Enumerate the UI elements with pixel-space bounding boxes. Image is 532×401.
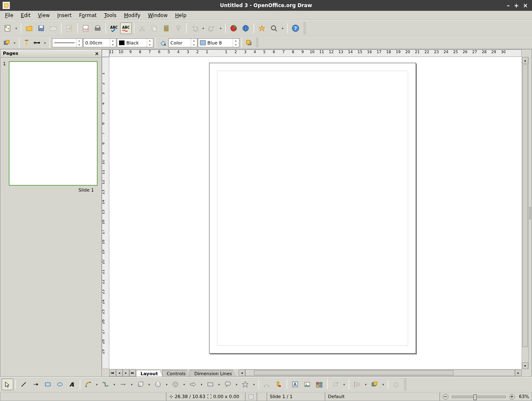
auto-spellcheck-button[interactable]: ABC [120, 22, 132, 34]
tab-controls[interactable]: Controls [162, 370, 190, 376]
select-tool[interactable] [2, 379, 13, 390]
stars-dropdown[interactable]: ▾ [251, 379, 256, 390]
hyperlink-button[interactable] [240, 22, 251, 34]
zoom-out-button[interactable]: − [443, 394, 448, 400]
line-color-select[interactable]: Black ▴▾ [117, 38, 153, 47]
hscroll-left[interactable]: ◂ [239, 369, 245, 376]
vertical-ruler[interactable]: 1234567891011121314151617181920212223242… [102, 57, 109, 369]
3d-dropdown[interactable]: ▾ [147, 379, 152, 390]
drawbar-overflow[interactable] [404, 379, 406, 390]
export-pdf-button[interactable]: PDF [80, 22, 91, 34]
edit-points-tool[interactable] [261, 379, 273, 390]
align-dropdown[interactable]: ▾ [363, 379, 368, 390]
undo-dropdown[interactable]: ▾ [201, 22, 206, 34]
redo-button[interactable] [206, 22, 218, 34]
hscroll-right[interactable]: ▸ [515, 369, 522, 376]
shadow-button[interactable] [244, 38, 254, 48]
fill-color-select[interactable]: Blue 8 ▴▾ [198, 38, 239, 47]
nav-first[interactable]: ⏮ [109, 369, 116, 376]
undo-button[interactable] [189, 22, 200, 34]
curve-tool[interactable] [82, 379, 94, 390]
basic-shapes-dropdown[interactable]: ▾ [164, 379, 169, 390]
3d-objects-tool[interactable] [135, 379, 146, 390]
stars-tool[interactable] [239, 379, 251, 390]
arrange-button2[interactable] [369, 379, 380, 390]
zoom-dropdown[interactable]: ▾ [280, 22, 285, 34]
arrow-style-dropdown[interactable]: ▾ [42, 37, 47, 49]
rotate-dropdown[interactable]: ▾ [342, 379, 347, 390]
new-button[interactable] [2, 22, 13, 34]
arrange-button[interactable] [2, 38, 12, 48]
format-paintbrush-button[interactable] [172, 22, 184, 34]
horizontal-ruler[interactable]: 1110987654321123456789101112131415161718… [109, 49, 522, 57]
tab-dimension-lines[interactable]: Dimension Lines [190, 370, 236, 376]
curve-dropdown[interactable]: ▾ [94, 379, 99, 390]
menu-modify[interactable]: Modify [121, 12, 144, 19]
menu-help[interactable]: Help [172, 12, 190, 19]
lines-arrows-dropdown[interactable]: ▾ [129, 379, 134, 390]
horizontal-scrollbar[interactable] [245, 369, 515, 376]
mail-button[interactable] [47, 22, 59, 34]
connector-tool[interactable] [100, 379, 111, 390]
save-button[interactable] [35, 22, 47, 34]
help-button[interactable]: ? [290, 22, 301, 34]
nav-last[interactable]: ⏭ [129, 369, 136, 376]
menu-window[interactable]: Window [145, 12, 171, 19]
symbol-shapes-dropdown[interactable]: ▾ [182, 379, 187, 390]
menu-edit[interactable]: Edit [17, 12, 34, 19]
arrange2-dropdown[interactable]: ▾ [381, 379, 386, 390]
toolbar2-overflow[interactable] [256, 38, 259, 48]
menu-format[interactable]: Format [76, 12, 100, 19]
ellipse-tool[interactable] [54, 379, 66, 390]
menu-view[interactable]: View [34, 12, 53, 19]
toolbar-overflow[interactable] [303, 22, 306, 34]
maximize-button[interactable]: + [514, 2, 519, 9]
status-layout[interactable]: Default [325, 392, 440, 401]
copy-button[interactable] [148, 22, 160, 34]
align-button[interactable] [351, 379, 363, 390]
fill-mode-select[interactable]: Color ▴▾ [168, 38, 197, 47]
edit-file-button[interactable] [64, 22, 75, 34]
new-dropdown[interactable]: ▾ [14, 22, 19, 34]
gluepoints-tool[interactable] [273, 379, 285, 390]
arrange-dropdown[interactable]: ▾ [12, 37, 17, 49]
hscroll-thumb[interactable] [254, 370, 453, 375]
zoom-button[interactable] [268, 22, 280, 34]
flowchart-dropdown[interactable]: ▾ [217, 379, 222, 390]
slide-thumbnail-1[interactable]: 1 Slide 1 [4, 61, 98, 193]
zoom-knob[interactable] [473, 394, 477, 400]
rectangle-tool[interactable] [42, 379, 54, 390]
line-width-input[interactable]: 0.00cm ▴▾ [83, 38, 116, 47]
side-panel-handle[interactable] [528, 57, 532, 369]
scroll-up-button[interactable]: ▴ [522, 57, 528, 64]
callouts-dropdown[interactable]: ▾ [234, 379, 239, 390]
vscroll-thumb[interactable] [522, 64, 528, 347]
cut-button[interactable] [136, 22, 148, 34]
zoom-in-button[interactable]: + [509, 394, 515, 400]
minimize-button[interactable]: – [507, 2, 510, 9]
menu-tools[interactable]: Tools [101, 12, 120, 19]
symbol-shapes-tool[interactable] [170, 379, 181, 390]
zoom-value[interactable]: 63% [519, 394, 529, 399]
block-arrows-tool[interactable] [187, 379, 199, 390]
text-tool[interactable]: A [66, 379, 78, 390]
scroll-down-button[interactable]: ▾ [522, 362, 528, 369]
menu-file[interactable]: File [2, 12, 17, 19]
line-endstyle-button[interactable] [22, 38, 32, 48]
spellcheck-button[interactable]: ABC [108, 22, 120, 34]
connector-dropdown[interactable]: ▾ [112, 379, 117, 390]
nav-prev[interactable]: ◂ [116, 369, 123, 376]
close-button[interactable]: × [523, 2, 528, 9]
print-button[interactable] [92, 22, 103, 34]
line-style-select[interactable]: ▴▾ [52, 38, 83, 47]
line-tool[interactable] [18, 379, 30, 390]
tab-layout[interactable]: Layout [136, 370, 163, 376]
extrusion-button[interactable] [390, 379, 402, 390]
arrow-style-button[interactable] [32, 38, 42, 48]
flowchart-tool[interactable] [204, 379, 216, 390]
vertical-scrollbar[interactable]: ▴ ▾ [522, 57, 528, 369]
rotate-button[interactable] [330, 379, 341, 390]
chart-button[interactable] [228, 22, 239, 34]
fontwork-button[interactable]: A [289, 379, 301, 390]
callouts-tool[interactable] [222, 379, 234, 390]
